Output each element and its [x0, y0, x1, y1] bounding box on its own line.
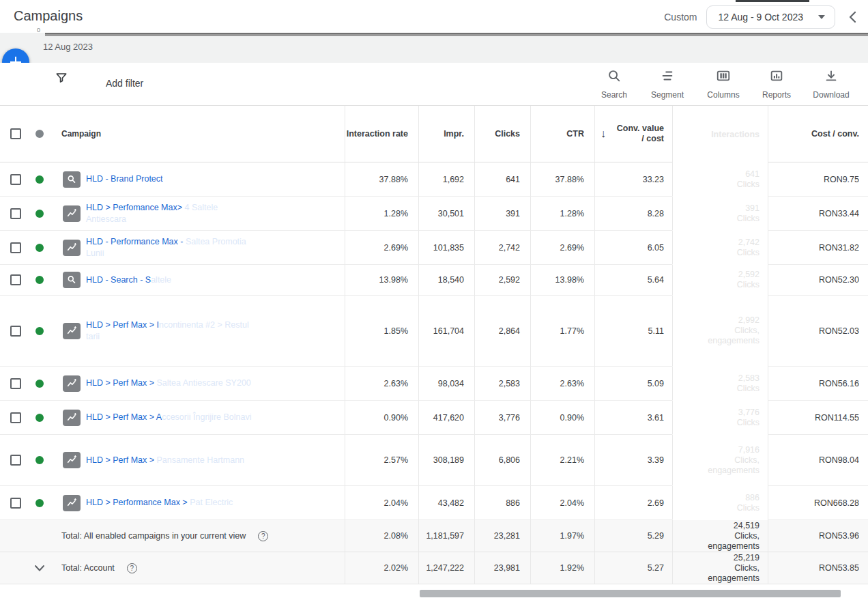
toolbar-columns-button[interactable]: Columns [697, 68, 749, 100]
metric-cost-per-conv: RON668.28 [768, 486, 868, 520]
status-cell [27, 197, 52, 231]
status-enabled-dot[interactable] [35, 276, 44, 284]
checkbox-cell [0, 435, 27, 486]
checkbox-cell [0, 486, 27, 520]
campaign-type-search-icon [63, 171, 81, 188]
search-icon [607, 68, 622, 86]
interactions-lines: 2,992Clicks,engagements [708, 315, 760, 346]
campaign-link[interactable]: HLD > Perf Max > A [86, 412, 162, 422]
filter-funnel-icon[interactable] [55, 71, 68, 87]
campaign-link[interactable]: HLD > Perfomance Max> [86, 203, 182, 212]
status-enabled-dot[interactable] [35, 499, 44, 507]
metric-ctr: 1.92% [530, 552, 594, 584]
column-header-interactions-dragging[interactable]: Interactions [672, 106, 768, 162]
column-header-conv-value-per-cost[interactable]: Conv. value / cost [594, 106, 672, 162]
row-checkbox[interactable] [10, 242, 21, 253]
metric-value: 2.02% [384, 563, 408, 573]
metric-value: 5.09 [648, 379, 664, 388]
campaign-link[interactable]: HLD > Perf Max > [86, 455, 157, 465]
campaign-link[interactable]: HLD > Performance Max > [86, 498, 190, 507]
campaign-link[interactable]: HLD > Perf Max > [86, 378, 157, 388]
toolbar-segment-button[interactable]: Segment [641, 68, 693, 100]
horizontal-scrollbar-thumb[interactable] [420, 590, 841, 597]
row-checkbox[interactable] [10, 326, 21, 337]
total-row: Total: All enabled campaigns in your cur… [0, 520, 868, 552]
metric-conv-value-per-cost: 5.29 [594, 520, 672, 552]
date-range-picker[interactable]: 12 Aug - 9 Oct 2023 [706, 5, 835, 29]
help-icon[interactable] [127, 563, 137, 573]
status-enabled-dot[interactable] [35, 414, 44, 422]
date-range-type-label[interactable]: Custom [664, 12, 697, 23]
metric-ctr: 2.04% [530, 486, 594, 520]
column-header-impressions[interactable]: Impr. [418, 106, 474, 162]
add-filter-button[interactable]: Add filter [106, 78, 143, 89]
row-checkbox[interactable] [10, 274, 21, 285]
status-enabled-dot[interactable] [35, 327, 44, 335]
status-enabled-dot[interactable] [35, 210, 44, 218]
status-cell [27, 435, 52, 486]
campaign-link[interactable]: HLD - Performance Max - [86, 237, 186, 246]
redacted-text: altele [151, 275, 171, 285]
help-icon[interactable] [258, 531, 268, 541]
metric-impressions: 101,835 [418, 231, 474, 265]
campaign-type-search-icon [63, 272, 81, 288]
row-checkbox[interactable] [10, 174, 21, 185]
metric-value: 2,864 [499, 326, 520, 336]
metric-conv-value-per-cost: 6.05 [594, 231, 672, 265]
metric-conv-value-per-cost: 5.64 [594, 265, 672, 296]
column-header-interaction-rate[interactable]: Interaction rate [345, 106, 418, 162]
metric-interaction-rate: 1.85% [345, 296, 418, 367]
column-header-ctr[interactable]: CTR [530, 106, 594, 162]
metric-value: RON53.96 [819, 531, 859, 541]
metric-value: 2.04% [384, 498, 408, 508]
redacted-text: Antiescara [86, 214, 126, 224]
status-column-header[interactable] [27, 106, 52, 162]
status-enabled-dot[interactable] [35, 456, 44, 464]
column-header-cost-per-conv[interactable]: Cost / conv. [768, 106, 868, 162]
campaign-link[interactable]: HLD - Search - S [86, 275, 151, 285]
metric-impressions: 1,247,222 [418, 552, 474, 584]
checkbox-cell [0, 401, 27, 435]
total-empty-cell [0, 520, 27, 552]
metric-conv-value-per-cost: 3.39 [594, 435, 672, 486]
collapse-panel-icon[interactable] [848, 11, 858, 23]
metric-value: 98,034 [438, 379, 464, 388]
metric-ctr: 2.21% [530, 435, 594, 486]
metric-interactions: 2,742Clicks [672, 231, 768, 265]
column-header-clicks[interactable]: Clicks [474, 106, 530, 162]
metric-interactions: 391Clicks [672, 197, 768, 231]
metric-value: RON52.30 [819, 275, 859, 285]
chart-fragment-line [736, 0, 809, 2]
select-all-checkbox[interactable] [10, 128, 21, 139]
campaign-link[interactable]: HLD > Perf Max > I [86, 320, 159, 330]
campaign-name: HLD > Perf Max > Pansamente Hartmann [86, 455, 244, 466]
row-checkbox[interactable] [10, 208, 21, 219]
campaign-link[interactable]: HLD - Brand Protect [86, 174, 163, 184]
row-checkbox[interactable] [10, 498, 21, 509]
column-header-campaign[interactable]: Campaign [52, 106, 345, 162]
metric-impressions: 98,034 [418, 367, 474, 401]
row-checkbox[interactable] [10, 412, 21, 423]
metric-value: 2,583 [499, 379, 520, 388]
metric-value: 2.69% [384, 243, 408, 253]
toolbar-reports-button[interactable]: Reports [751, 68, 802, 100]
expand-chevron-down-icon[interactable] [34, 564, 45, 572]
interactions-lines: 2,742Clicks [737, 238, 760, 258]
row-checkbox[interactable] [10, 378, 21, 389]
row-checkbox[interactable] [10, 455, 21, 466]
toolbar-download-button[interactable]: Download [805, 68, 857, 100]
metric-value: 43,482 [438, 498, 464, 508]
metric-clicks: 23,981 [474, 552, 530, 584]
status-enabled-dot[interactable] [35, 244, 44, 252]
status-enabled-dot[interactable] [35, 380, 44, 388]
page-header: Campaigns Custom 12 Aug - 9 Oct 2023 [0, 0, 868, 33]
campaign-name: HLD > Perf Max > Accesorii Îngrijire Bol… [86, 412, 251, 423]
status-enabled-dot[interactable] [35, 175, 44, 184]
campaign-cell: HLD - Brand Protect [52, 162, 345, 197]
metric-value: RON53.85 [819, 563, 859, 573]
redacted-text: ncontinenta #2 > Restul [159, 320, 249, 330]
toolbar-search-button[interactable]: Search [588, 68, 640, 100]
metric-value: RON9.75 [824, 175, 859, 184]
metric-value: 1.28% [560, 209, 584, 218]
metric-value: 23,981 [494, 563, 520, 573]
